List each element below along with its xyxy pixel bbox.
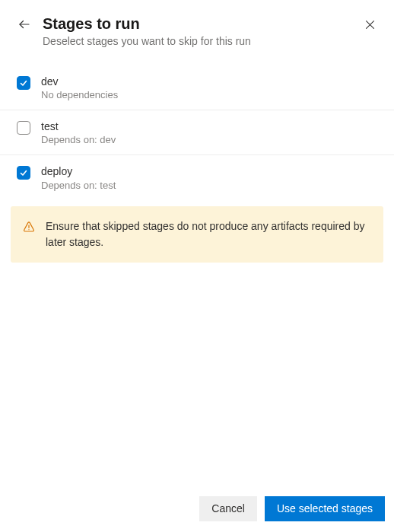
stage-text: test Depends on: dev: [41, 119, 377, 145]
checkmark-icon: [19, 168, 28, 177]
dialog-title: Stages to run: [43, 14, 351, 33]
close-icon: [364, 18, 377, 31]
warning-icon: [23, 221, 35, 236]
dialog-header: Stages to run Deselect stages you want t…: [0, 0, 394, 56]
stage-dependency: No dependencies: [41, 89, 377, 100]
warning-banner: Ensure that skipped stages do not produc…: [11, 206, 383, 263]
stage-name: dev: [41, 75, 377, 88]
back-button[interactable]: [17, 17, 32, 32]
close-button[interactable]: [362, 17, 377, 32]
stage-row-deploy[interactable]: deploy Depends on: test: [0, 155, 394, 199]
header-text: Stages to run Deselect stages you want t…: [43, 14, 351, 47]
checkmark-icon: [19, 78, 28, 88]
stage-checkbox-deploy[interactable]: [17, 166, 30, 180]
use-selected-stages-button[interactable]: Use selected stages: [265, 496, 385, 521]
dialog-footer: Cancel Use selected stages: [0, 487, 394, 532]
stage-checkbox-dev[interactable]: [17, 76, 30, 90]
stage-list: dev No dependencies test Depends on: dev…: [0, 65, 394, 200]
stage-text: deploy Depends on: test: [41, 164, 377, 190]
spacer: [0, 263, 394, 488]
stage-row-test[interactable]: test Depends on: dev: [0, 110, 394, 155]
stage-name: test: [41, 119, 377, 133]
cancel-button[interactable]: Cancel: [199, 496, 257, 521]
stage-text: dev No dependencies: [41, 75, 377, 100]
dialog-subtitle: Deselect stages you want to skip for thi…: [43, 35, 351, 47]
stage-dependency: Depends on: test: [41, 180, 377, 191]
stage-name: deploy: [41, 164, 377, 178]
stage-checkbox-test[interactable]: [17, 121, 30, 135]
warning-text: Ensure that skipped stages do not produc…: [46, 218, 370, 250]
arrow-left-icon: [17, 18, 31, 31]
stage-row-dev[interactable]: dev No dependencies: [0, 65, 394, 110]
stage-dependency: Depends on: dev: [41, 134, 377, 145]
